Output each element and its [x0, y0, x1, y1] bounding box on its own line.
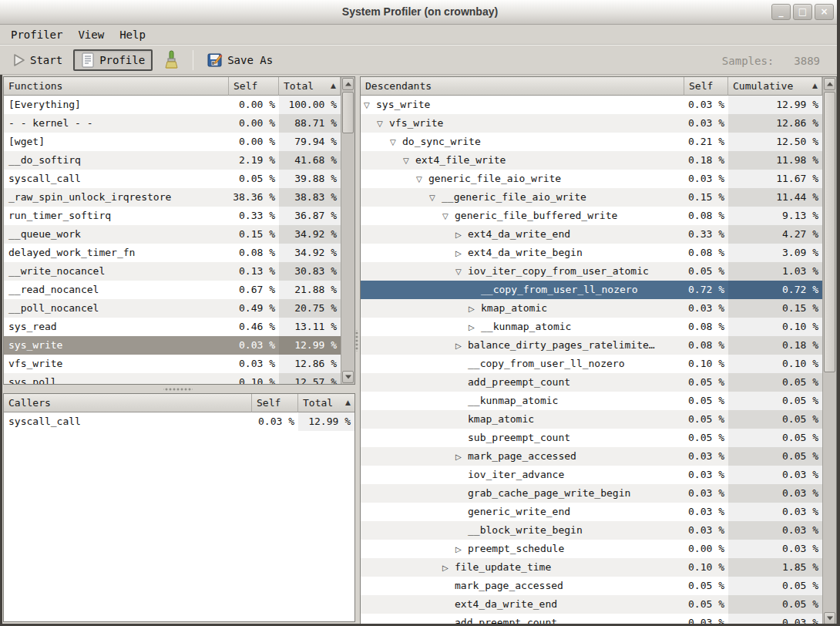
menu-help[interactable]: Help	[112, 26, 153, 43]
table-row[interactable]: [wget]0.00 %79.94 %	[4, 133, 341, 151]
expander-closed-icon[interactable]: ▷	[442, 559, 455, 577]
expander-open-icon[interactable]: ▽	[455, 263, 468, 281]
menu-profiler[interactable]: Profiler	[3, 26, 70, 43]
table-row[interactable]: sys_poll0.10 %12.57 %	[4, 373, 341, 385]
table-row[interactable]: __copy_from_user_ll_nozero0.10 %0.10 %	[361, 355, 822, 373]
table-row[interactable]: __kunmap_atomic0.05 %0.05 %	[361, 392, 822, 410]
table-row[interactable]: ▷preempt_schedule0.00 %0.03 %	[361, 540, 822, 558]
scrollbar-thumb[interactable]	[824, 92, 835, 372]
table-row[interactable]: run_timer_softirq0.33 %36.87 %	[4, 207, 341, 225]
titlebar[interactable]: System Profiler (on crownbay) _ □ ×	[0, 0, 840, 25]
table-row[interactable]: ext4_da_write_end0.05 %0.05 %	[361, 595, 822, 614]
table-row[interactable]: vfs_write0.03 %12.86 %	[4, 355, 341, 373]
table-row[interactable]: __poll_nocancel0.49 %20.75 %	[4, 299, 341, 318]
expander-open-icon[interactable]: ▽	[442, 207, 455, 225]
table-row[interactable]: __write_nocancel0.13 %30.83 %	[4, 262, 341, 281]
expander-open-icon[interactable]: ▽	[390, 133, 402, 151]
functions-vertical-scrollbar[interactable]	[341, 77, 354, 384]
save-as-button[interactable]: Save As	[201, 49, 279, 71]
table-row[interactable]: - - kernel - -0.00 %88.71 %	[4, 114, 341, 133]
expander-open-icon[interactable]: ▽	[429, 189, 442, 207]
column-header-cumulative[interactable]: Cumulative ▲	[728, 77, 822, 96]
vertical-splitter-handle[interactable]	[354, 330, 359, 352]
column-header-descendants[interactable]: Descendants	[361, 77, 684, 96]
expander-closed-icon[interactable]: ▷	[455, 226, 468, 244]
table-row[interactable]: __block_write_begin0.03 %0.03 %	[361, 521, 822, 540]
table-row[interactable]: delayed_work_timer_fn0.08 %34.92 %	[4, 244, 341, 262]
start-button[interactable]: Start	[6, 50, 69, 70]
column-header-self[interactable]: Self	[252, 394, 298, 412]
reset-button[interactable]	[156, 47, 186, 73]
expander-closed-icon[interactable]: ▷	[455, 448, 468, 466]
table-row[interactable]: ▽ext4_file_write0.18 %11.98 %	[361, 151, 822, 170]
descendants-vertical-scrollbar[interactable]	[822, 77, 836, 626]
table-row[interactable]: syscall_call0.03 %12.99 %	[4, 412, 354, 431]
expander-open-icon[interactable]: ▽	[403, 152, 415, 170]
scrollbar-thumb[interactable]	[342, 92, 354, 133]
scroll-down-button[interactable]	[342, 371, 354, 383]
table-row[interactable]: ▽vfs_write0.03 %12.86 %	[361, 114, 822, 133]
function-name-cell: __queue_work	[4, 225, 229, 244]
table-row[interactable]: ▽__generic_file_aio_write0.15 %11.44 %	[361, 188, 822, 207]
table-row[interactable]: ▽iov_iter_copy_from_user_atomic0.05 %1.0…	[361, 262, 822, 281]
scroll-up-button[interactable]	[824, 78, 835, 90]
column-header-total[interactable]: Total ▲	[298, 394, 354, 412]
expander-closed-icon[interactable]: ▷	[455, 244, 468, 262]
table-row[interactable]: ▷file_update_time0.10 %1.85 %	[361, 558, 822, 577]
maximize-button[interactable]: □	[793, 4, 812, 20]
table-row[interactable]: ▷balance_dirty_pages_ratelimite…0.08 %0.…	[361, 336, 822, 355]
expander-closed-icon[interactable]: ▷	[469, 300, 481, 318]
table-row[interactable]: __queue_work0.15 %34.92 %	[4, 225, 341, 244]
minimize-button[interactable]: _	[771, 4, 791, 20]
table-row[interactable]: iov_iter_advance0.03 %0.03 %	[361, 466, 822, 484]
column-header-functions[interactable]: Functions	[4, 77, 229, 96]
table-row[interactable]: ▷mark_page_accessed0.03 %0.05 %	[361, 447, 822, 466]
column-header-self[interactable]: Self	[684, 77, 728, 96]
expander-open-icon[interactable]: ▽	[416, 170, 428, 188]
scroll-up-button[interactable]	[342, 78, 354, 90]
close-button[interactable]: ×	[815, 4, 834, 20]
expander-closed-icon[interactable]: ▷	[469, 318, 481, 336]
table-row[interactable]: sys_write0.03 %12.99 %	[4, 336, 341, 355]
table-row[interactable]: kmap_atomic0.05 %0.05 %	[361, 410, 822, 429]
table-row[interactable]: ▽sys_write0.03 %12.99 %	[361, 96, 822, 114]
table-row[interactable]: sub_preempt_count0.05 %0.05 %	[361, 429, 822, 447]
table-row[interactable]: ▷ext4_da_write_end0.33 %4.27 %	[361, 225, 822, 244]
table-row[interactable]: [Everything]0.00 %100.00 %	[4, 96, 341, 114]
table-row[interactable]: ▷ext4_da_write_begin0.08 %3.09 %	[361, 244, 822, 262]
function-name-cell: syscall_call	[4, 170, 229, 188]
table-row[interactable]: sys_read0.46 %13.11 %	[4, 318, 341, 336]
table-row[interactable]: ▷__kunmap_atomic0.08 %0.10 %	[361, 318, 822, 336]
scroll-down-button[interactable]	[824, 612, 835, 624]
percent-cell: 100.00 %	[279, 96, 341, 114]
column-header-self[interactable]: Self	[229, 77, 279, 96]
table-row[interactable]: __read_nocancel0.67 %21.88 %	[4, 281, 341, 299]
table-row[interactable]: syscall_call0.05 %39.88 %	[4, 170, 341, 188]
table-row[interactable]: ▷kmap_atomic0.03 %0.15 %	[361, 299, 822, 318]
profile-button[interactable]: Profile	[73, 49, 153, 71]
sort-arrow-icon: ▲	[345, 394, 351, 412]
table-row[interactable]: add_preempt_count0.05 %0.05 %	[361, 373, 822, 392]
table-row[interactable]: generic_write_end0.03 %0.03 %	[361, 503, 822, 521]
percent-cell: 13.11 %	[279, 318, 341, 336]
function-name-cell: sys_poll	[4, 373, 229, 385]
table-row[interactable]: _raw_spin_unlock_irqrestore38.36 %38.83 …	[4, 188, 341, 207]
expander-open-icon[interactable]: ▽	[377, 115, 389, 133]
horizontal-splitter-handle[interactable]	[163, 387, 193, 392]
column-header-callers[interactable]: Callers	[4, 394, 252, 412]
percent-cell: 41.68 %	[279, 151, 341, 170]
table-row[interactable]: __do_softirq2.19 %41.68 %	[4, 151, 341, 170]
expander-closed-icon[interactable]: ▷	[455, 337, 468, 355]
column-header-total[interactable]: Total ▲	[279, 77, 341, 96]
percent-cell: 0.00 %	[229, 133, 279, 151]
table-row[interactable]: ▽do_sync_write0.21 %12.50 %	[361, 133, 822, 151]
table-row[interactable]: mark_page_accessed0.05 %0.05 %	[361, 577, 822, 595]
table-row[interactable]: __copy_from_user_ll_nozero0.72 %0.72 %	[361, 281, 822, 299]
function-name-cell: __copy_from_user_ll_nozero	[361, 281, 684, 299]
menu-view[interactable]: View	[70, 26, 112, 43]
table-row[interactable]: grab_cache_page_write_begin0.03 %0.03 %	[361, 484, 822, 503]
table-row[interactable]: ▽generic_file_buffered_write0.08 %9.13 %	[361, 207, 822, 225]
expander-open-icon[interactable]: ▽	[364, 96, 376, 114]
expander-closed-icon[interactable]: ▷	[455, 540, 468, 558]
table-row[interactable]: ▽generic_file_aio_write0.03 %11.67 %	[361, 170, 822, 188]
